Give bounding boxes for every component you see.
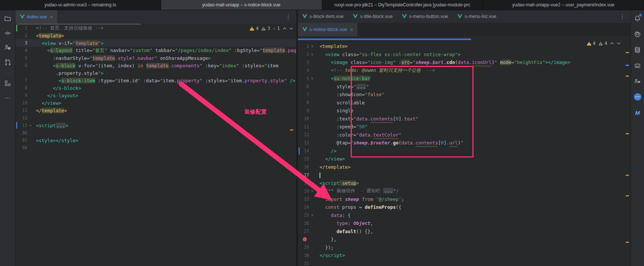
- code-line[interactable]: 24 const props = defineProps({: [298, 203, 631, 211]
- structure-icon[interactable]: [3, 79, 12, 88]
- breakpoint-icon[interactable]: [303, 237, 307, 241]
- robot-plugin-icon[interactable]: [633, 61, 642, 70]
- m-plugin-logo-icon[interactable]: M: [633, 108, 642, 117]
- line-number[interactable]: 2: [18, 33, 27, 38]
- pull-request-icon[interactable]: [3, 58, 12, 67]
- line-number[interactable]: 6: [300, 84, 309, 89]
- error-stripe-mark[interactable]: [626, 76, 629, 77]
- line-number[interactable]: 10: [18, 100, 27, 106]
- error-stripe-mark[interactable]: [290, 129, 293, 131]
- line-number[interactable]: 1: [300, 44, 309, 49]
- line-number[interactable]: 87: [18, 138, 27, 143]
- code-line[interactable]: 29 });: [298, 244, 631, 252]
- code-with-me-icon[interactable]: [633, 77, 642, 86]
- tab-s-notice-block[interactable]: s-notice-block.vue ×: [298, 23, 358, 36]
- tab-index-vue[interactable]: index.vue ×: [15, 10, 58, 24]
- line-number[interactable]: 17: [300, 172, 309, 178]
- line-number[interactable]: 10: [300, 116, 309, 121]
- fold-icon[interactable]: >: [309, 44, 315, 49]
- code-line[interactable]: 5 :navbarStyle="template.style?.navbar" …: [15, 54, 296, 62]
- line-number[interactable]: 5: [18, 55, 27, 61]
- tab-s-menu-list[interactable]: s-menu-list.vue: [453, 10, 501, 23]
- users-help-icon[interactable]: ?: [3, 43, 12, 52]
- line-number[interactable]: 27: [300, 229, 309, 234]
- line-number[interactable]: 8: [18, 85, 27, 91]
- code-text[interactable]: /** 装修组件 - 通知栏 ...*/: [320, 188, 399, 194]
- line-number[interactable]: 31: [300, 261, 309, 266]
- database-icon[interactable]: [633, 45, 642, 54]
- close-icon[interactable]: ×: [50, 14, 53, 20]
- line-number[interactable]: 9: [18, 93, 27, 98]
- fold-icon[interactable]: >: [309, 76, 315, 81]
- line-number[interactable]: 7: [300, 92, 309, 97]
- commit-icon[interactable]: [3, 28, 12, 37]
- error-stripe-mark[interactable]: [626, 65, 629, 66]
- line-number[interactable]: 12: [18, 115, 27, 120]
- code-text[interactable]: </script>: [320, 253, 345, 258]
- code-text[interactable]: <template>: [36, 33, 64, 39]
- code-text[interactable]: <view v-if="template">: [36, 40, 104, 46]
- code-line[interactable]: 2> <view class="ss-flex ss-col-center no…: [298, 51, 631, 59]
- code-line[interactable]: 10 </view>: [15, 99, 296, 107]
- code-line[interactable]: 3 <view v-if="template">: [15, 39, 296, 47]
- next-issue-chevron-icon[interactable]: [617, 42, 621, 45]
- code-line[interactable]: 18><script setup>: [298, 179, 631, 187]
- code-line[interactable]: 26 type: Object,: [298, 219, 631, 227]
- inspections-widget[interactable]: 4 3 ✓ 1: [250, 26, 293, 31]
- line-number[interactable]: 6: [18, 63, 27, 68]
- code-text[interactable]: <view class="ss-flex ss-col-center notic…: [320, 52, 460, 57]
- code-text[interactable]: <style></style>: [36, 138, 78, 143]
- code-line[interactable]: 30</script>: [298, 251, 631, 260]
- code-text[interactable]: <template>: [320, 43, 348, 49]
- prev-issue-chevron-icon[interactable]: [282, 27, 287, 30]
- code-line[interactable]: 1><template>: [298, 42, 631, 51]
- code-line[interactable]: 88: [15, 144, 296, 152]
- code-text[interactable]: },: [320, 236, 336, 242]
- tab-s-menu-button[interactable]: s-menu-button.vue: [397, 10, 453, 23]
- fold-icon[interactable]: >: [309, 213, 315, 218]
- line-number[interactable]: 5: [300, 76, 309, 81]
- line-number[interactable]: 13: [18, 123, 27, 128]
- code-text[interactable]: <s-layout title="首页" navbar="custom" tab…: [36, 48, 296, 54]
- code-text[interactable]: import sheep from '@/sheep';: [320, 196, 404, 202]
- line-number[interactable]: 30: [300, 253, 309, 258]
- code-text[interactable]: <s-block-item :type="item.id" :data="ite…: [36, 78, 295, 83]
- code-text[interactable]: <script setup>: [320, 180, 359, 186]
- fold-icon[interactable]: >: [309, 181, 315, 186]
- code-text[interactable]: });: [320, 245, 334, 250]
- line-number[interactable]: 18: [300, 180, 309, 186]
- left-code-editor[interactable]: 4 3 ✓ 1 1<!-- 首页，支持店铺装修 -->2<template>3 …: [15, 24, 296, 266]
- line-number[interactable]: 2: [300, 52, 309, 57]
- ai-assistant-swirl-icon[interactable]: [633, 30, 642, 39]
- window-tab-4[interactable]: yudao-mall-uniapp-vue2 – user_payment/in…: [483, 0, 644, 10]
- error-stripe-mark[interactable]: [626, 242, 629, 243]
- line-number[interactable]: 9: [300, 108, 309, 113]
- code-text[interactable]: </view>: [36, 100, 61, 106]
- line-number[interactable]: 14: [300, 148, 309, 153]
- line-number[interactable]: 19: [300, 189, 309, 194]
- window-tab-3[interactable]: ruoyi-vue-pro-jdk21 – DiyTemplateControl…: [322, 0, 483, 10]
- tab-options-menu-icon[interactable]: ⋮: [280, 13, 296, 20]
- next-issue-chevron-icon[interactable]: [289, 27, 293, 30]
- code-line[interactable]: 25> data: {: [298, 211, 631, 220]
- code-line[interactable]: 31: [298, 260, 631, 266]
- code-text[interactable]: </s-layout>: [36, 93, 78, 98]
- tab-s-title-block[interactable]: s-title-block.vue: [348, 10, 397, 23]
- line-number[interactable]: 4: [300, 68, 309, 73]
- error-stripe-mark[interactable]: [626, 133, 629, 134]
- inspections-widget[interactable]: 4 4: [587, 41, 621, 46]
- code-line[interactable]: 9 </s-layout>: [15, 92, 296, 99]
- code-text[interactable]: const props = defineProps({: [320, 204, 401, 210]
- line-number[interactable]: 3: [18, 40, 27, 46]
- line-number[interactable]: 23: [300, 196, 309, 202]
- more-icon[interactable]: ⋯: [3, 93, 12, 102]
- close-icon[interactable]: ×: [350, 27, 353, 33]
- code-text[interactable]: :navbarStyle="template.style?.navbar" on…: [36, 55, 211, 61]
- error-stripe-mark[interactable]: [626, 175, 629, 176]
- code-text[interactable]: default() {},: [320, 229, 373, 234]
- line-number[interactable]: 8: [300, 100, 309, 105]
- code-text[interactable]: <s-block v-for="(item, index) in templat…: [36, 63, 278, 68]
- line-number[interactable]: 86: [18, 130, 27, 135]
- code-line[interactable]: 6 <s-block v-for="(item, index) in templ…: [15, 62, 296, 69]
- prev-issue-chevron-icon[interactable]: [610, 42, 614, 45]
